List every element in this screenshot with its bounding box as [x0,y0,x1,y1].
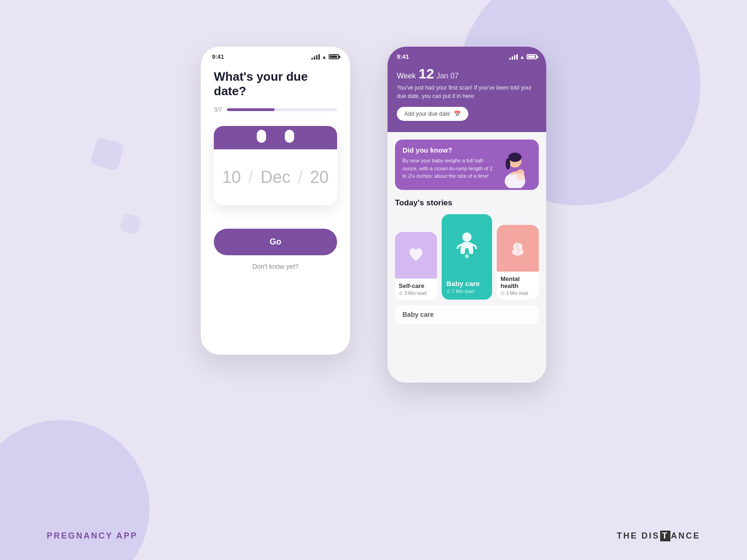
phone2-body: Did you know? By now your baby weighs a … [388,132,546,383]
stories-title: Today's stories [395,198,539,208]
svg-point-2 [508,153,521,162]
dyk-body: By now your baby weighs a full half-ounc… [402,157,493,180]
branding-bar: PREGNANCY APP THE DISTANCE [0,531,747,541]
calendar-header [214,126,337,149]
add-due-date-button[interactable]: Add your due date 📅 [397,107,468,121]
calendar-ring-left [257,130,266,143]
progress-bar-track [227,108,337,111]
selfcare-image [395,232,437,279]
phone2: 9:41 ▲ .phone2 .battery-icon::after { ba… [388,47,546,383]
svg-point-3 [506,158,510,169]
phone2-status-bar: 9:41 ▲ .phone2 .battery-icon::after { ba… [397,53,537,60]
phone2-status-icons: ▲ .phone2 .battery-icon::after { backgro… [509,54,537,60]
calendar-sep2: / [298,168,303,187]
mental-meta: ⏱ 3 Min read [500,291,535,296]
phone1-time: 9:41 [212,53,224,60]
phone2-header: 9:41 ▲ .phone2 .battery-icon::after { ba… [388,47,546,132]
phone1-status-icons: ▲ [311,54,339,60]
brand-right: THE DISTANCE [617,531,700,541]
stories-row: Self-care ⏱ 3 Min read [395,214,539,300]
bg-decoration-1 [90,137,124,171]
story-card-selfcare[interactable]: Self-care ⏱ 3 Min read [395,232,437,300]
clock-icon: ⏱ [399,291,403,296]
brand-left: PREGNANCY APP [47,531,138,541]
phone1: 9:41 ▲ What's your due date? 3/7 [201,47,350,355]
phone2-time: 9:41 [397,53,409,60]
brand-highlight: T [660,531,670,541]
week-label: Week [397,72,416,80]
week-date: Jan 07 [436,72,458,80]
selfcare-min-read: 3 Min read [404,291,426,296]
clock-icon-baby: ⏱ [446,289,451,294]
go-button[interactable]: Go [214,229,337,255]
babycare-meta: ⏱ 7 Min read [446,289,487,294]
phone2-signal-icon [509,54,518,60]
calendar-widget[interactable]: 10 / Dec / 20 [214,126,337,205]
baby-care-peek[interactable]: Baby care [395,305,539,324]
calendar-year: 20 [310,168,329,187]
signal-icon [311,54,320,60]
add-due-date-label: Add your due date [404,111,450,117]
progress-bar-fill [227,108,274,111]
calendar-sep1: / [248,168,253,187]
did-you-know-card[interactable]: Did you know? By now your baby weighs a … [395,140,539,190]
calendar-month: Dec [261,168,290,187]
babycare-min-read: 7 Min read [452,289,474,294]
phone2-subtitle: You've just had your first scan! If you'… [397,84,537,100]
phone1-status-bar: 9:41 ▲ [201,47,350,60]
calendar-small-icon: 📅 [454,111,461,117]
phone1-content: What's your due date? 3/7 10 / Dec / [201,60,350,215]
week-number: 12 [419,66,434,81]
selfcare-name: Self-care [399,282,433,289]
selfcare-info: Self-care ⏱ 3 Min read [395,279,437,300]
calendar-ring-right [285,130,294,143]
bg-decoration-2 [120,213,142,236]
mental-name: Mental health [500,275,535,289]
phone2-wifi-icon: ▲ [520,54,525,60]
calendar-body: 10 / Dec / 20 [214,149,337,205]
battery-icon [329,54,339,59]
phone1-question: What's your due date? [214,70,337,98]
week-info: Week12 Jan 07 [397,66,537,82]
selfcare-meta: ⏱ 3 Min read [399,291,433,296]
clock-icon-mental: ⏱ [500,291,505,296]
progress-row: 3/7 [214,106,337,113]
mental-info: Mental health ⏱ 3 Min read [497,272,539,300]
story-card-mental[interactable]: Mental health ⏱ 3 Min read [497,225,539,300]
svg-point-5 [516,174,525,180]
story-card-babycare[interactable]: Baby care ⏱ 7 Min read [442,214,492,300]
svg-point-6 [462,232,472,242]
phones-container: 9:41 ▲ What's your due date? 3/7 [201,47,546,383]
phone2-battery-icon: .phone2 .battery-icon::after { backgroun… [527,54,537,59]
mental-image [497,225,539,272]
wifi-icon: ▲ [322,54,327,60]
mother-illustration [499,146,531,183]
dyk-title: Did you know? [402,146,493,154]
svg-point-7 [465,254,469,258]
mental-min-read: 3 Min read [506,291,528,296]
dont-know-link[interactable]: Don't know yet? [201,263,350,270]
babycare-info: Baby care ⏱ 7 Min read [442,275,492,300]
babycare-name: Baby care [446,280,487,287]
dyk-text-area: Did you know? By now your baby weighs a … [402,146,493,180]
progress-label: 3/7 [214,106,222,113]
babycare-image [442,214,492,275]
calendar-day: 10 [222,168,241,187]
